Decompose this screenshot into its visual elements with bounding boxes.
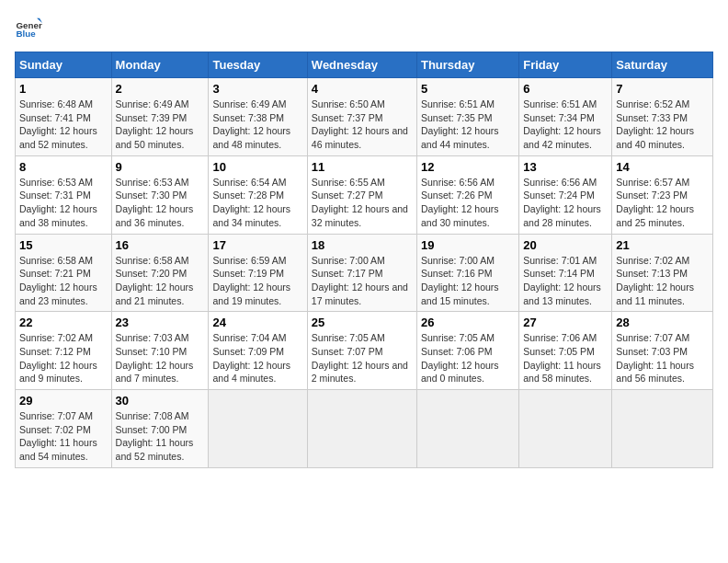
day-number: 19 [421, 238, 515, 252]
day-info: Sunrise: 7:07 AMSunset: 7:03 PMDaylight:… [616, 332, 694, 384]
day-info: Sunrise: 6:55 AMSunset: 7:27 PMDaylight:… [312, 177, 408, 228]
day-number: 12 [421, 160, 515, 174]
day-info: Sunrise: 7:02 AMSunset: 7:12 PMDaylight:… [19, 332, 97, 384]
svg-text:Blue: Blue [17, 29, 37, 39]
day-number: 25 [312, 316, 413, 329]
calendar-week-row: 29 Sunrise: 7:07 AMSunset: 7:02 PMDaylig… [16, 390, 713, 468]
day-number: 6 [523, 82, 608, 96]
day-info: Sunrise: 7:06 AMSunset: 7:05 PMDaylight:… [523, 332, 601, 384]
calendar-cell: 1 Sunrise: 6:48 AMSunset: 7:41 PMDayligh… [16, 78, 112, 156]
day-number: 9 [116, 160, 205, 174]
day-info: Sunrise: 7:05 AMSunset: 7:06 PMDaylight:… [421, 332, 499, 384]
calendar-header-row: SundayMondayTuesdayWednesdayThursdayFrid… [16, 52, 713, 78]
day-info: Sunrise: 6:48 AMSunset: 7:41 PMDaylight:… [19, 98, 97, 150]
calendar-cell: 3 Sunrise: 6:49 AMSunset: 7:38 PMDayligh… [209, 78, 307, 156]
day-number: 23 [116, 316, 205, 329]
day-number: 28 [616, 316, 709, 329]
calendar-table: SundayMondayTuesdayWednesdayThursdayFrid… [15, 52, 713, 468]
day-info: Sunrise: 6:58 AMSunset: 7:20 PMDaylight:… [116, 255, 194, 306]
column-header-tuesday: Tuesday [209, 52, 307, 78]
column-header-friday: Friday [519, 52, 612, 78]
column-header-sunday: Sunday [16, 52, 112, 78]
day-number: 4 [312, 82, 413, 96]
day-info: Sunrise: 6:52 AMSunset: 7:33 PMDaylight:… [616, 98, 694, 150]
day-info: Sunrise: 6:54 AMSunset: 7:28 PMDaylight:… [212, 177, 290, 228]
calendar-week-row: 1 Sunrise: 6:48 AMSunset: 7:41 PMDayligh… [16, 78, 713, 156]
day-number: 22 [19, 316, 108, 329]
calendar-cell: 17 Sunrise: 6:59 AMSunset: 7:19 PMDaylig… [209, 234, 307, 312]
page-header: General Blue [15, 15, 713, 42]
column-header-thursday: Thursday [416, 52, 518, 78]
day-info: Sunrise: 6:53 AMSunset: 7:31 PMDaylight:… [19, 177, 97, 228]
calendar-cell: 6 Sunrise: 6:51 AMSunset: 7:34 PMDayligh… [519, 78, 612, 156]
day-info: Sunrise: 6:56 AMSunset: 7:24 PMDaylight:… [523, 177, 601, 228]
day-info: Sunrise: 7:00 AMSunset: 7:16 PMDaylight:… [421, 255, 499, 306]
day-info: Sunrise: 7:02 AMSunset: 7:13 PMDaylight:… [616, 255, 694, 306]
calendar-cell: 4 Sunrise: 6:50 AMSunset: 7:37 PMDayligh… [307, 78, 416, 156]
calendar-cell: 10 Sunrise: 6:54 AMSunset: 7:28 PMDaylig… [209, 155, 307, 234]
logo-icon: General Blue [15, 15, 42, 42]
day-info: Sunrise: 7:00 AMSunset: 7:17 PMDaylight:… [312, 255, 408, 306]
calendar-cell: 26 Sunrise: 7:05 AMSunset: 7:06 PMDaylig… [416, 312, 518, 390]
calendar-cell: 9 Sunrise: 6:53 AMSunset: 7:30 PMDayligh… [111, 155, 209, 234]
calendar-cell: 27 Sunrise: 7:06 AMSunset: 7:05 PMDaylig… [519, 312, 612, 390]
calendar-cell: 30 Sunrise: 7:08 AMSunset: 7:00 PMDaylig… [111, 390, 209, 468]
calendar-cell: 23 Sunrise: 7:03 AMSunset: 7:10 PMDaylig… [111, 312, 209, 390]
day-number: 20 [523, 238, 608, 252]
day-number: 18 [312, 238, 413, 252]
day-number: 10 [212, 160, 302, 174]
day-info: Sunrise: 7:03 AMSunset: 7:10 PMDaylight:… [116, 332, 194, 384]
calendar-cell: 21 Sunrise: 7:02 AMSunset: 7:13 PMDaylig… [612, 234, 713, 312]
calendar-cell: 28 Sunrise: 7:07 AMSunset: 7:03 PMDaylig… [612, 312, 713, 390]
day-info: Sunrise: 6:50 AMSunset: 7:37 PMDaylight:… [312, 98, 408, 150]
calendar-cell: 15 Sunrise: 6:58 AMSunset: 7:21 PMDaylig… [16, 234, 112, 312]
calendar-cell: 25 Sunrise: 7:05 AMSunset: 7:07 PMDaylig… [307, 312, 416, 390]
calendar-cell: 18 Sunrise: 7:00 AMSunset: 7:17 PMDaylig… [307, 234, 416, 312]
logo: General Blue [15, 15, 46, 42]
calendar-cell: 2 Sunrise: 6:49 AMSunset: 7:39 PMDayligh… [111, 78, 209, 156]
calendar-cell: 12 Sunrise: 6:56 AMSunset: 7:26 PMDaylig… [416, 155, 518, 234]
calendar-cell: 29 Sunrise: 7:07 AMSunset: 7:02 PMDaylig… [16, 390, 112, 468]
day-number: 2 [116, 82, 205, 96]
day-info: Sunrise: 6:49 AMSunset: 7:39 PMDaylight:… [116, 98, 194, 150]
day-info: Sunrise: 7:01 AMSunset: 7:14 PMDaylight:… [523, 255, 601, 306]
calendar-cell: 19 Sunrise: 7:00 AMSunset: 7:16 PMDaylig… [416, 234, 518, 312]
day-number: 26 [421, 316, 515, 329]
calendar-cell [307, 390, 416, 468]
day-info: Sunrise: 6:56 AMSunset: 7:26 PMDaylight:… [421, 177, 499, 228]
column-header-wednesday: Wednesday [307, 52, 416, 78]
day-number: 7 [616, 82, 709, 96]
day-info: Sunrise: 6:51 AMSunset: 7:35 PMDaylight:… [421, 98, 499, 150]
day-info: Sunrise: 6:59 AMSunset: 7:19 PMDaylight:… [212, 255, 290, 306]
calendar-cell: 5 Sunrise: 6:51 AMSunset: 7:35 PMDayligh… [416, 78, 518, 156]
day-info: Sunrise: 7:04 AMSunset: 7:09 PMDaylight:… [212, 332, 290, 384]
day-info: Sunrise: 6:53 AMSunset: 7:30 PMDaylight:… [116, 177, 194, 228]
day-info: Sunrise: 7:08 AMSunset: 7:00 PMDaylight:… [116, 410, 194, 462]
calendar-cell: 11 Sunrise: 6:55 AMSunset: 7:27 PMDaylig… [307, 155, 416, 234]
day-info: Sunrise: 6:58 AMSunset: 7:21 PMDaylight:… [19, 255, 97, 306]
column-header-monday: Monday [111, 52, 209, 78]
calendar-cell: 7 Sunrise: 6:52 AMSunset: 7:33 PMDayligh… [612, 78, 713, 156]
day-number: 14 [616, 160, 709, 174]
day-number: 11 [312, 160, 413, 174]
calendar-cell [209, 390, 307, 468]
calendar-cell [519, 390, 612, 468]
column-header-saturday: Saturday [612, 52, 713, 78]
calendar-week-row: 22 Sunrise: 7:02 AMSunset: 7:12 PMDaylig… [16, 312, 713, 390]
day-number: 21 [616, 238, 709, 252]
calendar-cell: 20 Sunrise: 7:01 AMSunset: 7:14 PMDaylig… [519, 234, 612, 312]
day-number: 24 [212, 316, 302, 329]
day-number: 27 [523, 316, 608, 329]
calendar-cell: 14 Sunrise: 6:57 AMSunset: 7:23 PMDaylig… [612, 155, 713, 234]
calendar-cell: 22 Sunrise: 7:02 AMSunset: 7:12 PMDaylig… [16, 312, 112, 390]
calendar-cell: 24 Sunrise: 7:04 AMSunset: 7:09 PMDaylig… [209, 312, 307, 390]
day-number: 8 [19, 160, 108, 174]
calendar-cell [612, 390, 713, 468]
day-info: Sunrise: 6:51 AMSunset: 7:34 PMDaylight:… [523, 98, 601, 150]
calendar-cell: 8 Sunrise: 6:53 AMSunset: 7:31 PMDayligh… [16, 155, 112, 234]
day-info: Sunrise: 7:07 AMSunset: 7:02 PMDaylight:… [19, 410, 97, 462]
day-number: 1 [19, 82, 108, 96]
day-info: Sunrise: 6:57 AMSunset: 7:23 PMDaylight:… [616, 177, 694, 228]
calendar-cell: 16 Sunrise: 6:58 AMSunset: 7:20 PMDaylig… [111, 234, 209, 312]
day-number: 13 [523, 160, 608, 174]
